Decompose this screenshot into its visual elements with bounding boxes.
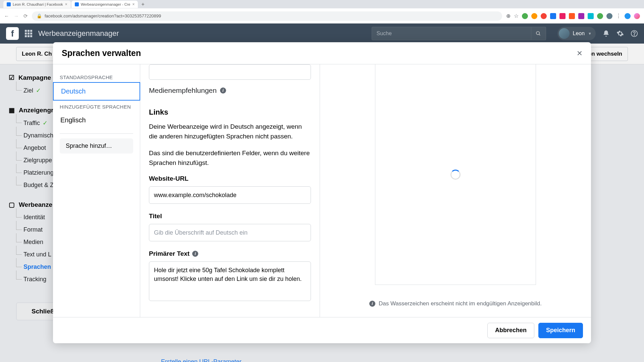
- info-paragraph: Deine Werbeanzeige wird in Deutsch angez…: [149, 122, 311, 141]
- facebook-icon: [75, 2, 79, 6]
- browser-chrome: Leon R. Chaudhari | Facebook × Werbeanze…: [0, 0, 644, 23]
- close-icon[interactable]: ×: [132, 2, 135, 7]
- save-button[interactable]: Speichern: [538, 323, 583, 338]
- extensions: ⊕ ☆ ⋮: [506, 13, 640, 19]
- address-bar: ← → ⟳ 🔒 facebook.com/adsmanager/creation…: [0, 8, 644, 23]
- added-langs-label: HINZUGEFÜGTE SPRACHEN: [53, 101, 140, 112]
- title-input[interactable]: [149, 224, 311, 241]
- search-container: [372, 27, 546, 40]
- back-icon[interactable]: ←: [4, 13, 9, 19]
- title-label: Titel: [149, 213, 311, 220]
- search-button[interactable]: [531, 27, 546, 40]
- divider: [60, 133, 133, 134]
- loading-spinner: [450, 170, 461, 180]
- menu-icon[interactable]: ⋮: [616, 13, 621, 19]
- tab-bar: Leon R. Chaudhari | Facebook × Werbeanze…: [0, 0, 644, 8]
- profile-avatar[interactable]: [634, 13, 640, 19]
- nav-arrows: ← → ⟳: [4, 13, 28, 19]
- extension-icon[interactable]: [588, 13, 594, 19]
- svg-line-1: [539, 34, 540, 35]
- tab-title: Leon R. Chaudhari | Facebook: [13, 2, 63, 6]
- extension-icon[interactable]: [578, 13, 584, 19]
- extension-icon[interactable]: [522, 13, 528, 19]
- user-menu[interactable]: Leon ▼: [557, 27, 596, 40]
- info-icon[interactable]: i: [192, 251, 198, 257]
- apps-grid-icon[interactable]: [25, 30, 32, 37]
- primary-text-input[interactable]: [149, 261, 311, 301]
- url-field[interactable]: 🔒 facebook.com/adsmanager/creation?act=3…: [32, 11, 502, 21]
- browser-tab[interactable]: Werbeanzeigenmanager - Cre ×: [71, 1, 138, 8]
- user-name: Leon: [573, 31, 585, 37]
- new-tab-button[interactable]: +: [139, 1, 147, 7]
- lang-item-default[interactable]: Deutsch: [53, 82, 140, 101]
- browser-tab[interactable]: Leon R. Chaudhari | Facebook ×: [3, 1, 71, 8]
- close-icon[interactable]: ×: [65, 2, 67, 7]
- media-recommendations: Medienempfehlungen i: [149, 86, 311, 95]
- forward-icon[interactable]: →: [14, 13, 19, 19]
- watermark-note: i Das Wasserzeichen erscheint nicht im e…: [369, 300, 542, 307]
- chevron-down-icon: ▼: [588, 32, 592, 36]
- tab-title: Werbeanzeigenmanager - Cre: [81, 2, 130, 6]
- add-language-button[interactable]: Sprache hinzuf…: [60, 138, 133, 154]
- modal-footer: Abbrechen Speichern: [53, 317, 591, 343]
- close-icon[interactable]: ×: [577, 48, 582, 59]
- reload-icon[interactable]: ⟳: [23, 13, 28, 19]
- extension-icon[interactable]: [550, 13, 556, 19]
- default-lang-label: STANDARDSPRACHE: [53, 71, 140, 82]
- language-panel: STANDARDSPRACHE Deutsch HINZUGEFÜGTE SPR…: [53, 64, 140, 317]
- modal-header: Sprachen verwalten ×: [53, 42, 591, 64]
- links-heading: Links: [149, 108, 311, 117]
- extension-icon[interactable]: [559, 13, 566, 19]
- preview-panel: i Das Wasserzeichen erscheint nicht im e…: [320, 64, 591, 317]
- extension-icon[interactable]: [531, 13, 537, 19]
- facebook-logo[interactable]: f: [6, 27, 19, 40]
- svg-point-3: [634, 35, 635, 36]
- lock-icon: 🔒: [37, 13, 42, 18]
- website-url-input[interactable]: [149, 186, 311, 204]
- primary-text-label: Primärer Text i: [149, 250, 311, 257]
- manage-languages-modal: Sprachen verwalten × STANDARDSPRACHE Deu…: [53, 42, 591, 343]
- extension-icon[interactable]: [541, 13, 547, 19]
- star-icon[interactable]: ☆: [514, 13, 519, 19]
- search-input[interactable]: [372, 27, 531, 40]
- help-icon[interactable]: [631, 30, 638, 37]
- url-label: Website-URL: [149, 175, 311, 182]
- extension-icon[interactable]: [569, 13, 575, 19]
- app-header: f Werbeanzeigenmanager Leon ▼: [0, 23, 644, 44]
- cancel-button[interactable]: Abbrechen: [487, 323, 534, 338]
- form-panel: Medienempfehlungen i Links Deine Werbean…: [140, 64, 320, 317]
- modal-title: Sprachen verwalten: [62, 48, 141, 58]
- header-right: Leon ▼: [557, 27, 638, 40]
- lang-item[interactable]: Englisch: [53, 112, 140, 129]
- notifications-icon[interactable]: [602, 30, 610, 37]
- input-stub[interactable]: [149, 64, 311, 80]
- url-text: facebook.com/adsmanager/creation?act=303…: [45, 13, 161, 18]
- info-icon[interactable]: i: [220, 87, 226, 94]
- avatar: [559, 28, 570, 39]
- facebook-icon: [7, 2, 11, 6]
- info-icon: i: [369, 301, 375, 307]
- search-icon: [536, 31, 541, 36]
- gear-icon[interactable]: [616, 30, 624, 37]
- app-title: Werbeanzeigenmanager: [38, 29, 119, 38]
- extension-icon[interactable]: [597, 13, 603, 19]
- extension-icon[interactable]: [625, 13, 631, 19]
- preview-box: [375, 64, 536, 285]
- zoom-icon[interactable]: ⊕: [506, 13, 511, 19]
- info-paragraph: Das sind die benutzerdefinierten Felder,…: [149, 148, 311, 168]
- svg-point-0: [536, 32, 539, 35]
- extension-icon[interactable]: [606, 13, 612, 19]
